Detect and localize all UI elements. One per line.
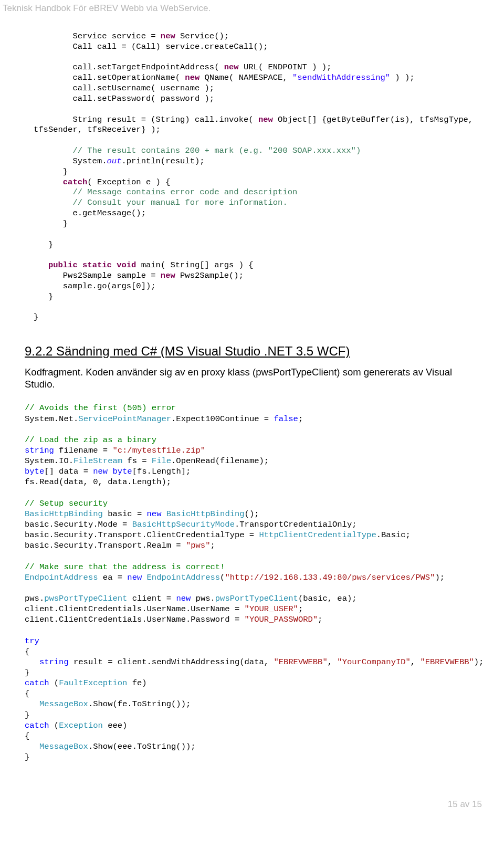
section-heading: 9.2.2 Sändning med C# (MS Visual Studio …: [25, 344, 504, 359]
page-header: Teknisk Handbok För eBREV Webb via WebSe…: [3, 3, 504, 14]
section-paragraph: Kodfragment. Koden använder sig av en pr…: [25, 366, 482, 390]
java-code-block: Service service = new Service(); Call ca…: [34, 32, 504, 323]
csharp-code-block: // Avoids the first (505) error System.N…: [25, 403, 504, 762]
page-number: 15 av 15: [3, 799, 482, 810]
